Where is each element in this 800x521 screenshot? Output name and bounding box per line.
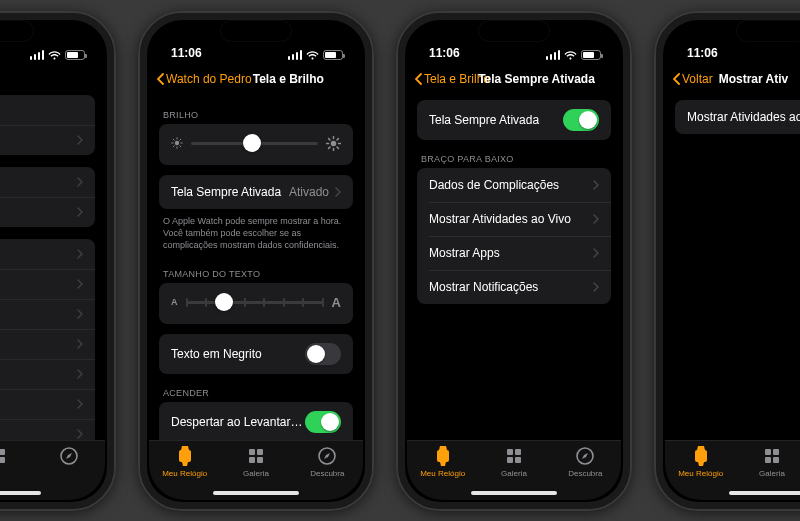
chevron-right-icon [77,309,83,319]
svg-rect-30 [507,457,513,463]
tab-gallery[interactable] [0,445,34,490]
compass-icon [58,445,80,467]
battery-icon [581,50,601,60]
svg-line-19 [329,138,330,139]
svg-line-22 [329,147,330,148]
nav-title: Mostrar Ativ [719,72,800,86]
svg-rect-3 [0,457,5,463]
svg-rect-31 [515,457,521,463]
back-button[interactable]: Voltar [673,72,713,86]
battery-icon [323,50,343,60]
tab-discover[interactable]: Descubra [550,445,621,490]
cellular-icon [30,50,45,60]
cellular-icon [546,50,561,60]
nav-title: Tela Sempre Ativada [460,72,613,86]
section-header-wristdown: BRAÇO PARA BAIXO [407,140,621,168]
phone-1: do Pedro uxo Fotos ps [0,11,116,511]
tab-discover[interactable] [34,445,105,490]
home-indicator [213,491,299,495]
svg-point-5 [175,141,179,145]
dynamic-island [479,21,549,41]
svg-line-12 [180,139,181,140]
dynamic-island [221,21,291,41]
aod-switch[interactable] [563,109,599,131]
wake-raise-row[interactable]: Despertar ao Levantar o Braço [159,402,353,440]
tab-gallery[interactable]: Galeria [220,445,291,490]
svg-point-14 [331,140,337,146]
svg-rect-25 [249,457,255,463]
list-item[interactable] [0,389,95,419]
chevron-right-icon [335,187,341,197]
watch-icon [690,445,712,467]
list-item[interactable]: Fotos [0,125,95,155]
chevron-right-icon [77,177,83,187]
wake-raise-switch[interactable] [305,411,341,433]
wifi-icon [564,50,577,60]
chevron-left-icon [415,73,422,85]
complications-row[interactable]: Dados de Complicações [417,168,611,202]
svg-rect-1 [0,449,5,455]
tab-my-watch[interactable]: Meu Relógio [665,445,736,490]
tab-my-watch[interactable]: Meu Relógio [407,445,478,490]
gallery-icon [245,445,267,467]
live-activities-row[interactable]: Mostrar Atividades ao Vivo [417,202,611,236]
low-brightness-icon [171,137,183,149]
tab-my-watch[interactable]: Meu Relógio [149,445,220,490]
nav-bar: Watch do Pedro Tela e Brilho [149,62,363,96]
bold-text-row[interactable]: Texto em Negrito [159,334,353,374]
phone-3: 11:06 Tela e Brilho Tela Sempre Ativada [396,11,632,511]
wifi-icon [306,50,319,60]
gallery-icon [761,445,783,467]
list-item[interactable] [0,419,95,440]
aod-toggle-row[interactable]: Tela Sempre Ativada [417,100,611,140]
chevron-right-icon [77,249,83,259]
chevron-right-icon [77,369,83,379]
svg-line-13 [173,146,174,147]
list-item[interactable] [0,359,95,389]
tab-gallery[interactable]: Galeria [736,445,800,490]
svg-rect-35 [765,457,771,463]
dynamic-island [0,21,33,41]
svg-line-10 [173,139,174,140]
svg-rect-33 [765,449,771,455]
list-item[interactable] [0,269,95,299]
list-item[interactable] [0,239,95,269]
list-item[interactable] [0,167,95,197]
status-time: 11:06 [687,46,718,60]
svg-rect-24 [257,449,263,455]
svg-rect-29 [515,449,521,455]
home-indicator [0,491,41,495]
watch-icon [174,445,196,467]
list-item[interactable] [0,299,95,329]
status-time: 11:06 [429,46,460,60]
svg-rect-36 [773,457,779,463]
chevron-right-icon [77,135,83,145]
list-item[interactable]: uxo [0,95,95,125]
chevron-right-icon [593,282,599,292]
chevron-left-icon [157,73,164,85]
always-on-row[interactable]: Tela Sempre Ativada Ativado [159,175,353,209]
chevron-right-icon [77,279,83,289]
notifications-row[interactable]: Mostrar Notificações [417,270,611,304]
chevron-right-icon [77,339,83,349]
tab-gallery[interactable]: Galeria [478,445,549,490]
svg-rect-34 [773,449,779,455]
always-on-caption: O Apple Watch pode sempre mostrar a hora… [149,209,363,255]
nav-bar: Tela e Brilho Tela Sempre Ativada [407,62,621,96]
nav-bar: Voltar Mostrar Ativ [665,62,800,96]
bold-text-switch[interactable] [305,343,341,365]
tab-discover[interactable]: Descubra [292,445,363,490]
svg-rect-26 [257,457,263,463]
section-header-brightness: BRILHO [149,96,363,124]
dynamic-island [737,21,800,41]
gallery-icon [503,445,525,467]
list-item[interactable]: ps [0,197,95,227]
text-size-slider[interactable]: A A [159,283,353,324]
chevron-left-icon [673,73,680,85]
svg-line-11 [180,146,181,147]
live-activities-toggle-row[interactable]: Mostrar Atividades ao [675,100,800,134]
brightness-slider[interactable] [159,124,353,165]
list-item[interactable] [0,329,95,359]
small-text-icon: A [171,297,178,307]
apps-row[interactable]: Mostrar Apps [417,236,611,270]
